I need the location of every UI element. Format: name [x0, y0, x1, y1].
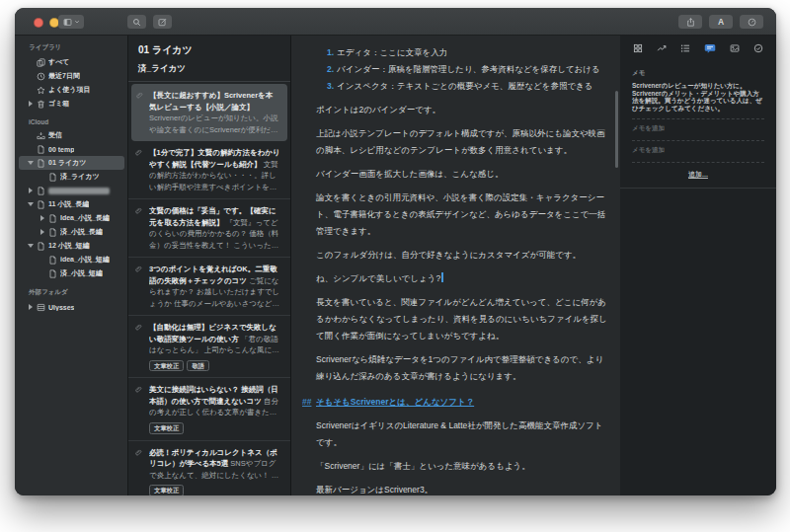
disclosure-triangle[interactable] [27, 244, 34, 248]
sidebar-item-sumi-novel-short[interactable]: 済_小説_短編 [19, 266, 124, 280]
sidebar-item-00temp[interactable]: 00 temp [19, 142, 124, 156]
markdown-heading-marker: ## [302, 394, 311, 411]
sheets-icon [37, 58, 45, 67]
keyword-tag[interactable]: 文章校正 [149, 422, 184, 434]
editor-pane[interactable]: 1.エディタ：ここに文章を入力 2.バインダー：原稿を階層管理したり、参考資料な… [291, 36, 620, 495]
sheet-item[interactable]: 3つのポイントを覚えればOK。二重敬語の失敗例＋チェックのコツ ご覧になられます… [128, 258, 290, 316]
keyword-tag[interactable]: 文章校正 [149, 485, 184, 495]
paragraph[interactable]: ポイントは2のバインダーです。 [316, 102, 608, 118]
sidebar-item-11-novel-long[interactable]: 11 小説_長編 [19, 197, 124, 211]
memo-note-text[interactable]: Scrivenerのレビューが知りたい方に。Scrivenerのメリット・デメリ… [620, 82, 776, 112]
text-cursor [441, 272, 443, 282]
compose-icon [158, 18, 167, 27]
list-item[interactable]: 1.エディタ：ここに文章を入力 [316, 44, 608, 61]
sidebar-item-01-raikatsu[interactable]: 01 ライカツ [19, 156, 124, 170]
disclosure-triangle[interactable] [27, 101, 34, 107]
paperclip-icon [135, 324, 142, 331]
disclosure-triangle[interactable] [39, 215, 45, 221]
sidebar-toggle-icon [63, 18, 72, 27]
memo-section-label: メモ [620, 60, 776, 82]
list-item[interactable]: 3.インスペクタ：テキストごとの概要やメモ、履歴などを参照できる [316, 78, 608, 95]
disclosure-triangle[interactable] [27, 188, 34, 193]
paragraph[interactable]: 最新バージョンはScrivener3。 [316, 482, 608, 495]
sheet-list-title: 01 ライカツ [128, 36, 290, 61]
memo-add-placeholder[interactable]: メモを追加 [620, 141, 776, 155]
sidebar-item-favorites[interactable]: よく使う項目 [19, 83, 124, 97]
inbox-icon [37, 131, 45, 140]
add-attachment-link[interactable]: 追加... [620, 163, 776, 188]
sheet-icon [37, 200, 45, 209]
goals-icon[interactable] [753, 43, 763, 53]
progress-icon[interactable] [657, 43, 667, 53]
sidebar-toggle-button[interactable] [58, 15, 84, 29]
sidebar-item-idea-novel-short[interactable]: idea_小説_短編 [19, 253, 124, 266]
paragraph[interactable]: 上記は小説テンプレートのデフォルト構成ですが、原稿以外にも論文や映画の脚本、レシ… [316, 125, 608, 159]
sheet-icon [48, 173, 57, 182]
sidebar-header-library: ライブラリ [19, 43, 124, 55]
sidebar-item-sumi-raikatsu[interactable]: 済_ライカツ [19, 170, 124, 184]
paragraph[interactable]: 論文を書くときの引用元資料や、小説を書く際の設定集・キャラクターシート、電子書籍… [316, 190, 608, 240]
sidebar-item-12-novel-short[interactable]: 12 小説_短編 [19, 239, 124, 253]
memo-add-placeholder[interactable]: メモを追加 [620, 119, 776, 133]
outline-icon[interactable] [680, 43, 690, 53]
paragraph[interactable]: 「Scrivener」には「書士」といった意味があるもよう。 [316, 458, 608, 475]
paragraph[interactable]: Scrivenerなら煩雑なデータを1つのファイル内で整理整頓できるので、より練… [316, 351, 608, 385]
trash-icon [37, 100, 45, 109]
sheet-list: 01 ライカツ 済_ライカツ 【長文に超おすすめ】Scrivenerを本気レビュ… [128, 36, 291, 495]
paragraph[interactable]: このフォルダ分けは、自分で好きなようにカスタマイズが可能です。 [316, 247, 608, 264]
notes-icon[interactable] [704, 42, 716, 54]
compose-button[interactable] [153, 15, 172, 29]
sidebar-item-sumi-novel-long[interactable]: 済_小説_長編 [19, 225, 124, 239]
text-style-button[interactable]: A [709, 15, 733, 29]
sheet-item-selected[interactable]: 【長文に超おすすめ】Scrivenerを本気レビューする【小説／論文】 Scri… [131, 84, 287, 141]
search-icon [132, 18, 141, 27]
titlebar: A [15, 8, 776, 36]
sidebar-item-idea-novel-long[interactable]: Idea_小説_長編 [19, 211, 124, 225]
sidebar-item-last7days[interactable]: 最近7日間 [19, 69, 124, 83]
editor-scrollbar[interactable] [615, 91, 618, 168]
sidebar-item-ulysses[interactable]: Ulysses [19, 300, 124, 314]
images-icon[interactable] [730, 43, 740, 53]
disclosure-triangle[interactable] [27, 161, 34, 165]
sheet-icon [37, 159, 45, 168]
sheet-item[interactable]: 文賢の価格は「妥当」です。【確実に元を取る方法を解説】 『文賢』ってどのくらいの… [128, 199, 290, 258]
sheet-group-header: 済_ライカツ [128, 61, 290, 82]
share-icon [686, 18, 695, 27]
sidebar-header-external: 外部フォルダ [19, 288, 124, 300]
grid-icon[interactable] [633, 43, 643, 53]
list-item[interactable]: 2.バインダー：原稿を階層管理したり、参考資料などを保存しておける [316, 61, 608, 78]
ulysses-icon [37, 303, 45, 312]
disclosure-triangle[interactable] [39, 229, 45, 235]
sidebar-item-all[interactable]: すべて [19, 55, 124, 69]
search-button[interactable] [127, 15, 146, 29]
sheet-icon [37, 242, 45, 251]
sidebar-item-redacted[interactable] [19, 184, 124, 197]
keyword-tag[interactable]: 敬語 [187, 360, 209, 372]
sidebar-item-inbox[interactable]: 受信 [19, 128, 124, 142]
statistics-icon [748, 18, 756, 27]
sidebar-header-icloud: iCloud [19, 118, 124, 128]
sidebar-item-trash[interactable]: ゴミ箱 [19, 97, 124, 111]
share-button[interactable] [678, 15, 702, 29]
toolbar-right-group: A [678, 15, 763, 29]
statistics-button[interactable] [740, 15, 763, 29]
sheet-item[interactable]: 【1分で完了】文賢の解約方法をわかりやすく解説【代替ツールも紹介】 文賢の解約方… [128, 141, 290, 199]
close-button[interactable] [34, 18, 43, 28]
redacted-label [48, 188, 110, 194]
paragraph[interactable]: 長文を書いていると、関連ファイルがどんどん増えていって、どこに何があるかわからな… [316, 294, 608, 344]
paragraph[interactable]: ScrivenerはイギリスのLiterature & Latte社が開発した高… [316, 418, 608, 451]
paperclip-icon [136, 92, 143, 99]
paragraph[interactable]: バインダー画面を拡大した画像は、こんな感じ。 [316, 166, 608, 183]
sheet-item[interactable]: 必読！ポリティカルコレクトネス（ポリコレ）が学べる本5選 SNSやブログで炎上な… [128, 441, 290, 495]
paperclip-icon [135, 386, 142, 393]
heading-2[interactable]: ##そもそもScrivenerとは、どんなソフト？ [316, 394, 608, 411]
paperclip-icon [135, 449, 142, 456]
keyword-tag[interactable]: 文章校正 [149, 360, 184, 372]
paragraph-with-cursor[interactable]: ね、シンプルで美しいでしょう? [316, 270, 608, 287]
sheet-item[interactable]: 美文に接続詞はいらない？ 接続詞（日本語）の使い方で間違えないコツ 自分の考えが… [128, 378, 290, 440]
section-divider [620, 188, 776, 189]
disclosure-triangle[interactable] [27, 202, 34, 206]
sheet-icon [37, 145, 45, 154]
sheet-item[interactable]: 【自動化は無理】ビジネスで失敗しない敬語変換ツールの使い方 「君の敬語はなっとら… [128, 316, 290, 378]
disclosure-triangle[interactable] [27, 304, 34, 310]
